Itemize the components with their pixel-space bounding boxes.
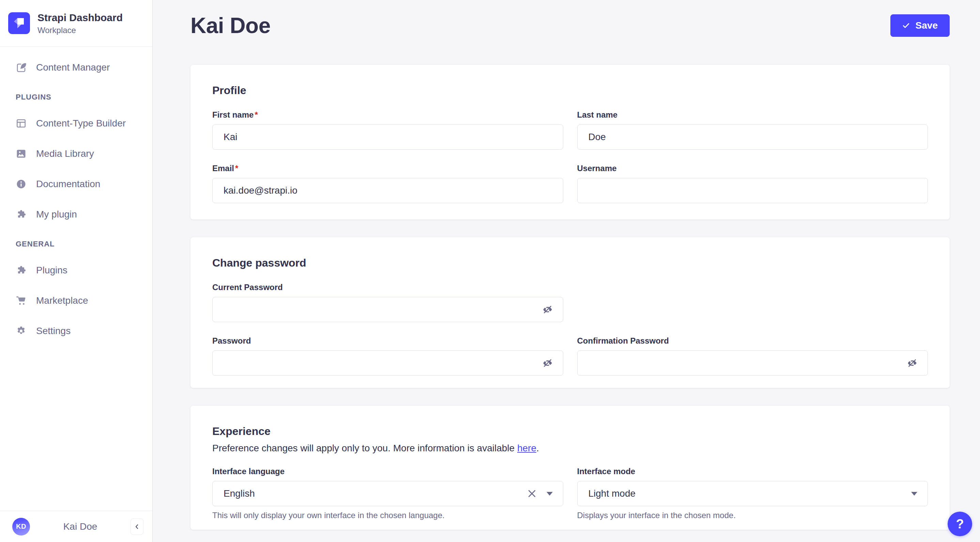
experience-card: Experience Preference changes will apply… <box>191 406 950 530</box>
interface-mode-field-group: Interface mode Light mode Displays your … <box>577 466 928 520</box>
content-type-builder-icon <box>16 118 27 129</box>
experience-form-grid: Interface language English This will onl… <box>212 466 928 520</box>
workspace-header: Strapi Dashboard Workplace <box>0 0 152 47</box>
sidebar-item-label: My plugin <box>36 209 77 220</box>
more-information-link[interactable]: here <box>517 443 536 453</box>
current-password-field-group: Current Password <box>212 282 563 322</box>
sidebar-item-label: Plugins <box>36 265 67 276</box>
required-asterisk: * <box>235 164 238 173</box>
username-label: Username <box>577 163 928 173</box>
save-button[interactable]: Save <box>890 14 950 37</box>
sidebar-item-marketplace[interactable]: Marketplace <box>0 290 152 312</box>
interface-mode-hint: Displays your interface in the chosen mo… <box>577 510 928 520</box>
chevron-left-icon <box>134 524 140 530</box>
sidebar-item-settings[interactable]: Settings <box>0 320 152 342</box>
eye-slash-icon <box>542 357 553 368</box>
documentation-icon <box>16 179 27 190</box>
current-password-label: Current Password <box>212 282 563 292</box>
last-name-field-group: Last name <box>577 110 928 150</box>
gear-icon <box>16 325 27 336</box>
footer-user-name: Kai Doe <box>30 521 130 532</box>
page-title: Kai Doe <box>191 13 270 38</box>
password-form-grid: Current Password Password <box>212 282 928 376</box>
sidebar-item-label: Marketplace <box>36 295 88 306</box>
sidebar-nav: Content Manager PLUGINS Content-Type Bui… <box>0 47 152 511</box>
main-content: Kai Doe Save Profile First name* Last na… <box>153 0 980 542</box>
eye-slash-icon <box>907 357 918 368</box>
experience-description: Preference changes will apply only to yo… <box>212 442 928 454</box>
sidebar-item-content-type-builder[interactable]: Content-Type Builder <box>0 113 152 134</box>
first-name-input[interactable] <box>212 124 563 150</box>
profile-form-grid: First name* Last name Email* Username <box>212 110 928 203</box>
page-header: Kai Doe Save <box>191 0 950 38</box>
interface-language-label: Interface language <box>212 466 563 476</box>
eye-slash-icon <box>542 304 553 315</box>
last-name-input[interactable] <box>577 124 928 150</box>
change-password-card: Change password Current Password Passwor… <box>191 237 950 388</box>
user-avatar: KD <box>12 518 30 536</box>
strapi-logo-icon <box>8 12 30 34</box>
confirmation-password-label: Confirmation Password <box>577 336 928 346</box>
first-name-field-group: First name* <box>212 110 563 150</box>
puzzle-icon <box>16 265 27 276</box>
first-name-label: First name* <box>212 110 563 120</box>
sidebar-item-label: Settings <box>36 325 70 336</box>
new-password-label: Password <box>212 336 563 346</box>
current-password-input[interactable] <box>212 297 563 322</box>
sidebar-item-label: Documentation <box>36 179 100 190</box>
clear-language-button[interactable] <box>527 488 537 499</box>
toggle-password-visibility-button[interactable] <box>541 356 554 370</box>
sidebar-item-media-library[interactable]: Media Library <box>0 143 152 165</box>
sidebar-item-label: Media Library <box>36 148 94 159</box>
profile-card-title: Profile <box>212 84 928 97</box>
sidebar-item-my-plugin[interactable]: My plugin <box>0 204 152 225</box>
interface-language-hint: This will only display your own interfac… <box>212 510 563 520</box>
sidebar-item-documentation[interactable]: Documentation <box>0 173 152 195</box>
shopping-cart-icon <box>16 295 27 306</box>
caret-down-icon <box>911 492 917 496</box>
sidebar-item-content-manager[interactable]: Content Manager <box>0 57 152 78</box>
sidebar-collapse-button[interactable] <box>130 518 143 535</box>
interface-mode-select[interactable]: Light mode <box>577 481 928 506</box>
check-icon <box>902 22 910 29</box>
interface-mode-value: Light mode <box>589 488 636 499</box>
caret-down-icon <box>547 492 553 496</box>
email-label: Email* <box>212 163 563 173</box>
change-password-card-title: Change password <box>212 256 928 269</box>
confirmation-password-field-group: Confirmation Password <box>577 336 928 376</box>
help-button[interactable]: ? <box>948 512 972 536</box>
question-mark-icon: ? <box>956 517 964 531</box>
interface-language-select[interactable]: English <box>212 481 563 506</box>
workspace-titles: Strapi Dashboard Workplace <box>38 11 123 35</box>
interface-language-value: English <box>224 488 255 499</box>
puzzle-icon <box>16 209 27 220</box>
sidebar-section-plugins: PLUGINS <box>0 93 152 101</box>
experience-card-title: Experience <box>212 425 928 438</box>
new-password-input[interactable] <box>212 351 563 376</box>
confirmation-password-input[interactable] <box>577 351 928 376</box>
save-button-label: Save <box>916 20 938 31</box>
username-field-group: Username <box>577 163 928 203</box>
profile-card: Profile First name* Last name Email* Use… <box>191 65 950 220</box>
required-asterisk: * <box>255 110 258 119</box>
email-input[interactable] <box>212 178 563 203</box>
sidebar-section-general: GENERAL <box>0 240 152 248</box>
clear-x-icon <box>527 489 537 498</box>
email-field-group: Email* <box>212 163 563 203</box>
app-subtitle: Workplace <box>38 26 123 35</box>
spacer-cell <box>577 282 928 322</box>
sidebar-item-plugins[interactable]: Plugins <box>0 260 152 281</box>
interface-mode-label: Interface mode <box>577 466 928 476</box>
last-name-label: Last name <box>577 110 928 120</box>
sidebar-item-label: Content Manager <box>36 62 110 73</box>
content-manager-icon <box>16 62 27 73</box>
app-title: Strapi Dashboard <box>38 11 123 24</box>
toggle-password-visibility-button[interactable] <box>905 356 919 370</box>
username-input[interactable] <box>577 178 928 203</box>
media-library-icon <box>16 148 27 159</box>
interface-language-field-group: Interface language English This will onl… <box>212 466 563 520</box>
new-password-field-group: Password <box>212 336 563 376</box>
toggle-password-visibility-button[interactable] <box>541 303 554 316</box>
sidebar-item-label: Content-Type Builder <box>36 118 126 129</box>
sidebar-footer: KD Kai Doe <box>0 511 152 542</box>
